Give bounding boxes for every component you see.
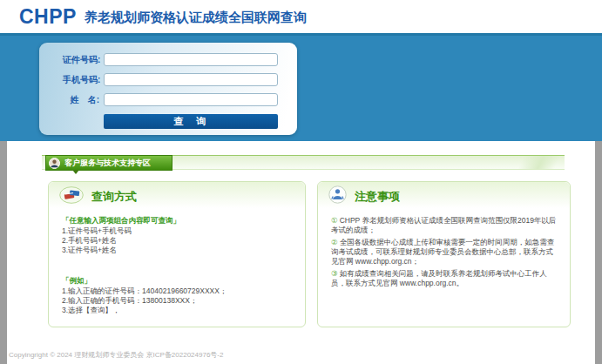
form-row-id-number: 证件号码: (63, 53, 297, 66)
example-block: 「例如」 1.输入正确的证件号码：14040219660729XXXX； 2.输… (62, 276, 294, 315)
tab-label: 客户服务与技术支持专区 (64, 158, 151, 169)
brand-logo: CHPP (19, 5, 77, 29)
panel-query-methods-title: 查询方式 (91, 189, 137, 205)
example-title: 「例如」 (62, 276, 294, 286)
page-title: 养老规划师资格认证成绩全国联网查询 (85, 8, 307, 26)
banner: 证件号码: 手机号码: 姓 名: 查 询 (0, 33, 602, 141)
panel-query-methods-header: 查询方式 (49, 182, 305, 208)
tab-pointer (72, 170, 79, 174)
example-item: 3.选择【查询】， (62, 306, 294, 315)
phone-number-field[interactable] (104, 73, 278, 86)
name-field[interactable] (104, 93, 278, 106)
form-row-phone-number: 手机号码: (63, 73, 297, 86)
phone-number-label: 手机号码: (63, 74, 99, 86)
id-number-field[interactable] (104, 53, 278, 66)
form-row-name: 姓 名: (63, 93, 297, 106)
top-header: CHPP 养老规划师资格认证成绩全国联网查询 (0, 0, 602, 33)
note-number: ③ (331, 269, 338, 278)
content-area: 客户服务与技术支持专区 查询方式 「任意输入两项组合内容即可查询」 (7, 141, 595, 364)
tabbar-decoration (504, 156, 565, 169)
tab-customer-service[interactable]: 客户服务与技术支持专区 (45, 155, 172, 171)
tab-bar: 客户服务与技术支持专区 (42, 155, 565, 170)
note-text: 如有成绩查询相关问题，请及时联系养老规划师考试中心工作人员，联系方式见官网 ww… (331, 269, 547, 287)
query-form-card: 证件号码: 手机号码: 姓 名: 查 询 (39, 43, 297, 135)
panel-notes-header: 注意事项 (318, 182, 570, 208)
tip-item: 3.证件号码+姓名 (62, 246, 294, 255)
example-item: 1.输入正确的证件号码：14040219660729XXXX； (62, 286, 294, 296)
panel-query-methods: 查询方式 「任意输入两项组合内容即可查询」 1.证件号码+手机号码 2.手机号码… (48, 181, 306, 327)
query-button[interactable]: 查 询 (104, 114, 278, 129)
panel-query-methods-body: 「任意输入两项组合内容即可查询」 1.证件号码+手机号码 2.手机号码+姓名 3… (49, 208, 305, 315)
note-text: CHPP 养老规划师资格认证成绩全国联网查询范围仅限2019年以后考试的成绩； (331, 216, 556, 234)
panel-notes-body: ①CHPP 养老规划师资格认证成绩全国联网查询范围仅限2019年以后考试的成绩；… (318, 208, 570, 288)
tip-item: 1.证件号码+手机号码 (62, 226, 294, 236)
avatar-icon (49, 158, 60, 169)
info-panels: 查询方式 「任意输入两项组合内容即可查询」 1.证件号码+手机号码 2.手机号码… (48, 181, 595, 327)
note-item: ①CHPP 养老规划师资格认证成绩全国联网查询范围仅限2019年以后考试的成绩； (331, 216, 558, 235)
tip-title: 「任意输入两项组合内容即可查询」 (62, 216, 294, 226)
note-text: 全国各级数据中心成绩上传和审核需要一定的时间周期，如急需查询考试成绩，可联系理财… (331, 238, 554, 266)
name-label: 姓 名: (63, 94, 99, 106)
id-number-label: 证件号码: (63, 54, 99, 66)
panel-notes: 注意事项 ①CHPP 养老规划师资格认证成绩全国联网查询范围仅限2019年以后考… (317, 181, 571, 327)
example-item: 2.输入正确的手机号码：13800138XXX； (62, 296, 294, 306)
note-item: ②全国各级数据中心成绩上传和审核需要一定的时间周期，如急需查询考试成绩，可联系理… (331, 238, 558, 266)
copyright-notice: Copyingright © 2024 理财规划师专业委员会 京ICP备2022… (9, 350, 223, 360)
note-number: ① (331, 216, 338, 225)
books-icon (59, 186, 84, 207)
note-item: ③如有成绩查询相关问题，请及时联系养老规划师考试中心工作人员，联系方式见官网 w… (331, 269, 558, 288)
person-icon (328, 185, 347, 207)
note-number: ② (331, 238, 338, 246)
panel-notes-title: 注意事项 (355, 189, 400, 205)
tip-item: 2.手机号码+姓名 (62, 236, 294, 246)
